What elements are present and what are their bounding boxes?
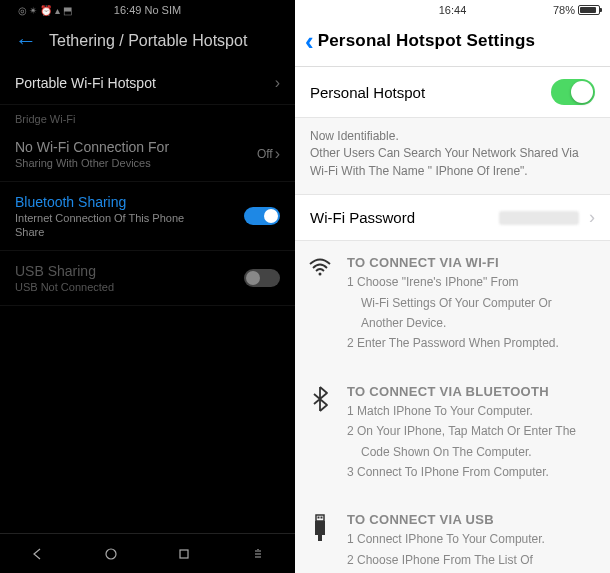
back-icon[interactable]: ← (15, 30, 37, 52)
bluetooth-title: Bluetooth Sharing (15, 194, 184, 210)
wifi-password-label: Wi-Fi Password (310, 209, 415, 226)
bluetooth-sub1: Internet Connection Of This Phone (15, 212, 184, 224)
svg-point-0 (106, 549, 116, 559)
usb-sub: USB Not Connected (15, 281, 114, 293)
portable-wifi-hotspot-row[interactable]: Portable Wi-Fi Hotspot › (0, 62, 295, 105)
usb-step1: 1 Connect IPhone To Your Computer. (347, 531, 598, 548)
bt-section-title: TO CONNECT VIA BLUETOOTH (347, 384, 598, 399)
status-icons: ◎ ✴ ⏰ ▴ ⬒ (18, 5, 72, 16)
usb-step2: 2 Choose IPhone From The List Of (347, 552, 598, 569)
hotspot-info: Now Identifiable. Other Users Can Search… (295, 118, 610, 195)
status-time: 16:49 No SIM (114, 4, 181, 16)
svg-rect-5 (321, 517, 323, 519)
chevron-right-icon: › (275, 74, 280, 92)
ios-header: ‹ Personal Hotspot Settings (295, 20, 610, 67)
bridge-sub: Sharing With Other Devices (15, 157, 169, 169)
nav-menu-icon[interactable] (250, 546, 266, 562)
wifi-step1a: 1 Choose "Irene's IPhone" From (347, 274, 598, 291)
usb-section-title: TO CONNECT VIA USB (347, 512, 598, 527)
wifi-step1b: Wi-Fi Settings Of Your Computer Or (347, 295, 598, 312)
battery-icon (578, 5, 600, 15)
connect-bluetooth-section: TO CONNECT VIA BLUETOOTH 1 Match IPhone … (295, 370, 610, 499)
personal-hotspot-toggle[interactable] (551, 79, 595, 105)
personal-hotspot-label: Personal Hotspot (310, 84, 425, 101)
android-status-bar: ◎ ✴ ⏰ ▴ ⬒ 16:49 No SIM (0, 0, 295, 20)
svg-rect-3 (316, 515, 324, 521)
wifi-section-title: TO CONNECT VIA WI-FI (347, 255, 598, 270)
bt-step3: 3 Connect To IPhone From Computer. (347, 464, 598, 481)
bluetooth-sharing-row[interactable]: Bluetooth Sharing Internet Connection Of… (0, 182, 295, 251)
bluetooth-sub2: Share (15, 226, 184, 238)
nav-back-icon[interactable] (29, 546, 45, 562)
connect-usb-section: TO CONNECT VIA USB 1 Connect IPhone To Y… (295, 498, 610, 573)
ios-status-time: 16:44 (439, 4, 467, 16)
usb-icon (305, 512, 335, 572)
svg-point-2 (319, 273, 322, 276)
svg-rect-1 (180, 550, 188, 558)
connect-wifi-section: TO CONNECT VIA WI-FI 1 Choose "Irene's I… (295, 241, 610, 370)
wifi-password-row[interactable]: Wi-Fi Password › (295, 195, 610, 241)
wifi-step2: 2 Enter The Password When Prompted. (347, 335, 598, 352)
nav-home-icon[interactable] (103, 546, 119, 562)
bluetooth-toggle[interactable] (244, 207, 280, 225)
info-line1: Now Identifiable. (310, 128, 595, 145)
bridge-wifi-row[interactable]: No Wi-Fi Connection For Sharing With Oth… (0, 127, 295, 182)
row-label: Portable Wi-Fi Hotspot (15, 75, 156, 91)
bt-step2a: 2 On Your IPhone, Tap Match Or Enter The (347, 423, 598, 440)
usb-title: USB Sharing (15, 263, 114, 279)
svg-rect-4 (318, 517, 320, 519)
page-title: Tethering / Portable Hotspot (49, 32, 247, 50)
bridge-section-label: Bridge Wi-Fi (0, 105, 295, 127)
bt-step2b: Code Shown On The Computer. (347, 444, 598, 461)
ios-status-bar: 16:44 78% (295, 0, 610, 20)
wifi-icon (305, 255, 335, 356)
info-line2: Other Users Can Search Your Network Shar… (310, 145, 595, 180)
chevron-right-icon: › (589, 207, 595, 228)
android-navbar (0, 533, 295, 573)
bluetooth-icon (305, 384, 335, 485)
header: ← Tethering / Portable Hotspot (0, 20, 295, 62)
nav-recent-icon[interactable] (176, 546, 192, 562)
wifi-password-value (499, 211, 579, 225)
bridge-value: Off › (257, 145, 280, 163)
svg-rect-7 (318, 535, 322, 541)
battery-indicator: 78% (553, 4, 600, 16)
svg-rect-6 (315, 521, 325, 535)
personal-hotspot-row: Personal Hotspot (295, 67, 610, 118)
back-icon[interactable]: ‹ (305, 28, 314, 54)
page-title: Personal Hotspot Settings (318, 31, 536, 51)
bt-step1: 1 Match IPhone To Your Computer. (347, 403, 598, 420)
usb-toggle (244, 269, 280, 287)
wifi-step1c: Another Device. (347, 315, 598, 332)
bridge-main: No Wi-Fi Connection For (15, 139, 169, 155)
usb-sharing-row: USB Sharing USB Not Connected (0, 251, 295, 306)
